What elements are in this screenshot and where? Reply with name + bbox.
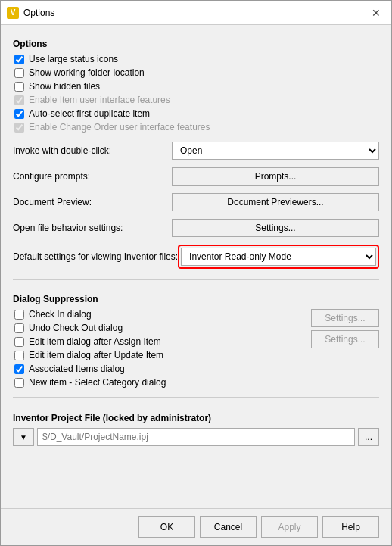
inventor-project-label: Inventor Project File (locked by adminis… — [13, 413, 379, 423]
divider-1 — [13, 279, 379, 280]
document-preview-row: Document Preview: Document Previewers... — [13, 193, 379, 211]
undo-checkout-settings-button[interactable]: Settings... — [311, 330, 379, 348]
dialog-suppression-content: Check In dialog Undo Check Out dialog Ed… — [13, 309, 379, 391]
title-bar: V Options ✕ — [1, 1, 391, 25]
project-dropdown-arrow[interactable]: ▼ — [13, 428, 34, 446]
invoke-row: Invoke with double-click: Open Check Out… — [13, 142, 379, 160]
label-undo-checkout: Undo Check Out dialog — [29, 323, 123, 333]
checkbox-row-enable-change-order: Enable Change Order user interface featu… — [13, 122, 379, 133]
prompts-button[interactable]: Prompts... — [172, 167, 379, 186]
document-preview-label: Document Preview: — [13, 197, 172, 207]
configure-prompts-control: Prompts... — [172, 167, 379, 186]
label-auto-select: Auto-select first duplicate item — [29, 108, 150, 119]
label-enable-item-ui: Enable Item user interface features — [29, 95, 170, 105]
label-show-hidden-files: Show hidden files — [29, 81, 100, 92]
dialog-suppression-checkboxes: Check In dialog Undo Check Out dialog Ed… — [13, 309, 305, 391]
footer: OK Cancel Apply Help — [1, 508, 391, 545]
default-settings-row: Default settings for viewing Inventor fi… — [13, 245, 379, 269]
label-use-large-icons: Use large status icons — [29, 54, 118, 64]
close-button[interactable]: ✕ — [367, 4, 385, 22]
ds-row-undo-checkout: Undo Check Out dialog — [13, 323, 305, 333]
ds-row-new-item: New item - Select Category dialog — [13, 377, 305, 388]
document-previewers-button[interactable]: Document Previewers... — [172, 193, 379, 211]
checkbox-enable-item-ui — [14, 95, 24, 105]
invoke-control: Open Check Out Edit — [172, 142, 379, 160]
help-button[interactable]: Help — [322, 516, 379, 538]
configure-prompts-row: Configure prompts: Prompts... — [13, 167, 379, 186]
project-path-input[interactable] — [37, 428, 355, 446]
cancel-button[interactable]: Cancel — [200, 516, 257, 538]
ds-row-associated: Associated Items dialog — [13, 363, 305, 374]
checkbox-edit-assign[interactable] — [14, 337, 24, 347]
window-title: Options — [23, 8, 54, 18]
app-icon: V — [7, 7, 19, 19]
ds-row-edit-assign: Edit item dialog after Assign Item — [13, 336, 305, 347]
checkbox-check-in[interactable] — [14, 310, 24, 320]
inventor-mode-dropdown[interactable]: Inventor Read-only Mode Normal Mode — [181, 248, 376, 266]
dialog-suppression-label: Dialog Suppression — [13, 294, 379, 304]
default-settings-control: Inventor Read-only Mode Normal Mode — [178, 245, 379, 269]
open-file-behavior-label: Open file behavior settings: — [13, 223, 172, 233]
checkbox-row-enable-item-ui: Enable Item user interface features — [13, 95, 379, 105]
checkbox-auto-select[interactable] — [14, 109, 24, 119]
options-window: V Options ✕ Options Use large status ico… — [0, 0, 392, 546]
checkbox-new-item[interactable] — [14, 378, 24, 388]
checkbox-associated[interactable] — [14, 364, 24, 374]
apply-button[interactable]: Apply — [261, 516, 318, 538]
label-show-working-folder: Show working folder location — [29, 67, 145, 78]
inventor-project-section: Inventor Project File (locked by adminis… — [13, 410, 379, 446]
checkbox-row-auto-select: Auto-select first duplicate item — [13, 108, 379, 119]
open-file-settings-button[interactable]: Settings... — [172, 219, 379, 237]
configure-prompts-label: Configure prompts: — [13, 171, 172, 182]
checkbox-show-working-folder[interactable] — [14, 68, 24, 78]
checkbox-show-hidden-files[interactable] — [14, 82, 24, 92]
label-new-item: New item - Select Category dialog — [29, 377, 166, 388]
divider-2 — [13, 397, 379, 398]
options-section-label: Options — [13, 39, 379, 49]
default-settings-label: Default settings for viewing Inventor fi… — [13, 251, 178, 262]
invoke-label: Invoke with double-click: — [13, 145, 172, 156]
checkbox-row-show-hidden-files: Show hidden files — [13, 81, 379, 92]
title-bar-left: V Options — [7, 7, 54, 19]
main-content: Options Use large status icons Show work… — [1, 25, 391, 508]
checkbox-enable-change-order — [14, 123, 24, 133]
project-browse-button[interactable]: ... — [358, 428, 379, 446]
label-edit-update: Edit item dialog after Update Item — [29, 350, 163, 360]
check-in-settings-button[interactable]: Settings... — [311, 309, 379, 327]
document-preview-control: Document Previewers... — [172, 193, 379, 211]
ds-row-edit-update: Edit item dialog after Update Item — [13, 350, 305, 360]
ok-button[interactable]: OK — [138, 516, 195, 538]
ds-row-check-in: Check In dialog — [13, 309, 305, 320]
open-file-behavior-control: Settings... — [172, 219, 379, 237]
label-enable-change-order: Enable Change Order user interface featu… — [29, 122, 210, 133]
checkbox-row-show-working-folder: Show working folder location — [13, 67, 379, 78]
invoke-dropdown[interactable]: Open Check Out Edit — [172, 142, 379, 160]
label-edit-assign: Edit item dialog after Assign Item — [29, 336, 161, 347]
checkbox-undo-checkout[interactable] — [14, 323, 24, 333]
checkbox-edit-update[interactable] — [14, 351, 24, 360]
open-file-behavior-row: Open file behavior settings: Settings... — [13, 219, 379, 237]
project-row: ▼ ... — [13, 428, 379, 446]
label-associated: Associated Items dialog — [29, 363, 125, 374]
dialog-suppression-settings-buttons: Settings... Settings... — [311, 309, 379, 348]
checkbox-use-large-icons[interactable] — [14, 55, 24, 64]
dialog-suppression-section: Dialog Suppression Check In dialog Undo … — [13, 291, 379, 391]
label-check-in: Check In dialog — [29, 309, 92, 320]
checkbox-row-use-large-icons: Use large status icons — [13, 54, 379, 64]
